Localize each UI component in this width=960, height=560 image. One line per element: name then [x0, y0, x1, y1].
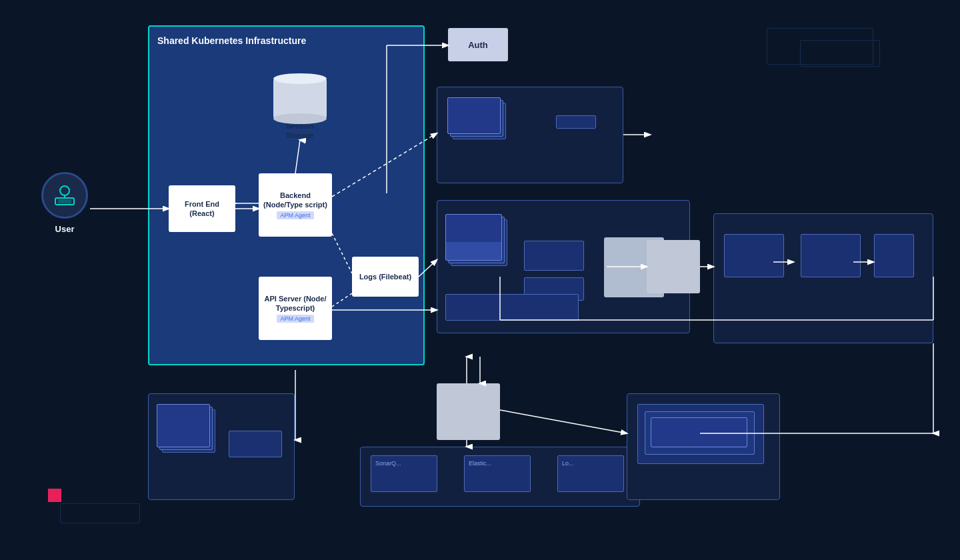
large-gray-1	[437, 383, 500, 440]
session-storage: Session Storage	[273, 79, 327, 141]
logs-label: Logs (Filebeat)	[359, 272, 411, 281]
auth-box: Auth	[448, 28, 508, 61]
deco-2	[800, 40, 880, 67]
user-container: User	[41, 172, 88, 234]
bottom-right-section	[627, 393, 780, 500]
user-label: User	[55, 224, 75, 234]
session-storage-label: Session Storage	[273, 121, 327, 141]
bottom-left-section	[148, 393, 295, 500]
right-inner-3	[874, 234, 914, 277]
user-icon	[41, 172, 88, 219]
svg-rect-2	[58, 199, 71, 203]
k8s-label: Shared Kubernetes Infrastructure	[157, 35, 306, 48]
bc-label-2: Elastic...	[469, 460, 526, 467]
bc-label-1: SonarQ...	[375, 460, 433, 467]
doc-overlay	[446, 242, 501, 260]
api-apm-label: APM Agent	[277, 315, 313, 323]
logs-box: Logs (Filebeat)	[352, 257, 419, 297]
br-inner-2	[645, 411, 755, 455]
backend-apm-label: APM Agent	[277, 211, 313, 219]
bc-inner-3: Lo...	[557, 455, 624, 492]
bc-label-3: Lo...	[562, 460, 619, 467]
right-large-section	[713, 213, 933, 343]
br-inner-1	[637, 404, 764, 464]
pink-square	[48, 489, 61, 502]
middle-inner-1	[524, 241, 584, 271]
gray-middle	[647, 240, 700, 293]
auth-label: Auth	[468, 40, 488, 50]
svg-line-24	[500, 410, 627, 433]
bl-inner	[229, 431, 282, 457]
svg-point-0	[60, 186, 69, 195]
api-server-label: API Server (Node/ Typescript)	[263, 294, 328, 313]
right-inner-1	[724, 234, 784, 277]
api-server-box: API Server (Node/ Typescript) APM Agent	[259, 277, 332, 340]
doc-front-mid	[445, 214, 502, 261]
bc-inner-2: Elastic...	[464, 455, 531, 492]
backend-label: Backend (Node/Type script)	[263, 191, 328, 210]
bottom-center-section: SonarQ... Elastic... Lo...	[360, 447, 640, 507]
deco-bottom	[60, 503, 140, 523]
bc-inner-1: SonarQ...	[371, 455, 437, 492]
doc-front-1	[447, 97, 501, 134]
top-right-section	[437, 87, 623, 183]
frontend-label: Front End (React)	[173, 199, 231, 219]
user-svg	[51, 182, 78, 209]
inner-box-top-right	[556, 115, 596, 129]
diagram-container: Shared Kubernetes Infrastructure Auth Se…	[0, 0, 960, 560]
backend-box: Backend (Node/Type script) APM Agent	[259, 173, 332, 237]
br-inner-3	[651, 417, 747, 447]
right-inner-2	[801, 234, 861, 277]
cylinder-shape	[273, 79, 327, 119]
bottom-sub	[445, 294, 579, 321]
doc-front-bl	[157, 404, 210, 447]
frontend-box: Front End (React)	[169, 185, 235, 232]
